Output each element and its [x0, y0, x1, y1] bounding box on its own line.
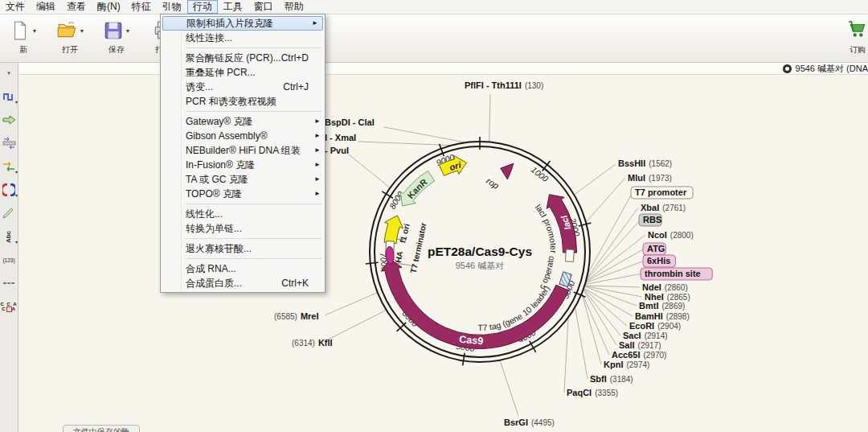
site-label-bsshii[interactable]: BssHII(1562) [618, 158, 672, 168]
primers-tool-icon[interactable] [0, 134, 18, 152]
translations-tool-icon[interactable]: ▾ [0, 158, 18, 175]
site-label-t7-promoter[interactable]: T7 promoter [635, 187, 687, 197]
tool-caret-icon[interactable]: ▾ [15, 240, 18, 245]
menu-separator [186, 204, 321, 204]
tool-caret-icon[interactable]: ▾ [15, 193, 18, 198]
codons-tool-icon[interactable]: C C ACA [0, 298, 18, 315]
dropdown-caret-icon[interactable]: ▼ [32, 28, 38, 34]
site-label-saci[interactable]: SacI(2914) [623, 331, 668, 340]
enzyme-set-tab[interactable]: 文件中保存的酶 [63, 425, 140, 432]
plasmid-title: pET28a/Cas9-Cys [428, 245, 532, 258]
site-leader-line [489, 94, 490, 142]
site-label-atg[interactable]: ATG [647, 244, 665, 253]
action-menu-item-9[interactable]: Gateway® 克隆► [161, 114, 325, 129]
collapse-tool-icon[interactable]: ▾ [0, 64, 18, 82]
feature-laci-promoter[interactable] [566, 249, 575, 261]
spacing-tool-icon[interactable] [0, 274, 18, 292]
feature-label-t7-terminator: T7 terminator [409, 222, 428, 274]
action-menu-item-13[interactable]: TA 或 GC 克隆► [161, 172, 325, 187]
site-label-kfli[interactable]: (6314)KflI [292, 338, 333, 348]
annotate-tool-icon[interactable] [0, 204, 18, 222]
site-label-acc65i[interactable]: Acc65I(2970) [612, 350, 666, 360]
action-menu-item-6[interactable]: 诱变...Ctrl+J [161, 80, 325, 94]
menubar-item-8[interactable]: 工具 [218, 1, 248, 13]
action-menu-item-16[interactable]: 线性化... [161, 207, 325, 221]
tick-mark [463, 353, 465, 366]
gc-content-tool-icon[interactable]: ▾ [0, 181, 18, 199]
menubar-item-5[interactable]: 特征 [126, 1, 157, 13]
action-menu-item-7[interactable]: PCR 和诱变教程视频 [161, 94, 325, 109]
dropdown-caret-icon[interactable]: ▼ [125, 28, 131, 34]
menubar-item-2[interactable]: 编辑 [31, 1, 61, 13]
site-label--pvui[interactable]: - PvuI [325, 146, 349, 155]
dropdown-caret-icon[interactable]: ▼ [80, 28, 85, 34]
labels-tool-icon[interactable]: Abc▾ [0, 228, 18, 245]
action-menu-item-11[interactable]: NEBuilder® HiFi DNA 组装► [161, 143, 325, 158]
site-leader-line [587, 208, 638, 278]
menu-item-label: Gibson Assembly® [186, 129, 268, 143]
menu-separator [186, 258, 321, 259]
action-menu-item-22[interactable]: 合成蛋白质...Ctrl+K [161, 276, 325, 290]
action-menu-item-19[interactable]: 退火寡核苷酸... [161, 241, 325, 256]
site-label-mlui[interactable]: MluI(1973) [628, 173, 672, 183]
tool-caret-icon[interactable]: ▾ [15, 170, 18, 175]
site-label-pflfi-tth111i[interactable]: PflFI - Tth111I(130) [465, 80, 543, 90]
action-menu-item-14[interactable]: TOPO® 克隆► [161, 187, 325, 201]
menu-bar: 文件编辑查看酶(N)特征引物行动工具窗口帮助 [0, 0, 868, 14]
feature-ha[interactable] [386, 246, 395, 264]
tool-caret-icon[interactable]: ▾ [15, 100, 18, 105]
menubar-item-9[interactable]: 窗口 [248, 1, 279, 13]
site-label-xbai[interactable]: XbaI(2761) [641, 203, 686, 212]
action-menu-item-17[interactable]: 转换为单链... [161, 221, 325, 236]
menu-item-label: PCR 和诱变教程视频 [186, 94, 276, 109]
action-menu-item-1[interactable]: 限制和插入片段克隆► [162, 16, 323, 31]
site-label-sbfi[interactable]: SbfI(3184) [590, 374, 633, 384]
site-label-paqci[interactable]: PaqCI(3355) [567, 388, 618, 397]
menubar-item-4[interactable]: 酶(N) [92, 1, 126, 13]
new-button[interactable]: ▼新 [5, 14, 42, 56]
order-button[interactable]: 订购 [839, 14, 868, 56]
action-menu-item-4[interactable]: 聚合酶链反应 (PCR)...Ctrl+D [161, 51, 325, 65]
site-label-ecori[interactable]: EcoRI(2904) [629, 321, 681, 331]
action-menu-item-5[interactable]: 重叠延伸 PCR... [161, 65, 325, 80]
site-label-bmti[interactable]: BmtI(2869) [639, 301, 685, 311]
menubar-item-7[interactable]: 行动 [187, 0, 218, 14]
circular-dna-icon [783, 64, 792, 73]
site-label-bsrgi[interactable]: BsrGI(4495) [504, 418, 555, 427]
site-leader-line [574, 164, 616, 195]
features-tool-icon[interactable] [0, 111, 18, 129]
site-label-6xhis[interactable]: 6xHis [647, 256, 670, 265]
site-label-rbs[interactable]: RBS [643, 215, 661, 224]
site-label-sali[interactable]: SalI(2917) [619, 340, 661, 350]
site-label-ncoi[interactable]: NcoI(2800) [648, 230, 694, 240]
menubar-item-10[interactable]: 帮助 [279, 1, 309, 13]
action-menu-item-10[interactable]: Gibson Assembly®► [161, 129, 325, 143]
menu-item-label: 线性化... [186, 207, 223, 221]
menubar-item-1[interactable]: 文件 [0, 1, 31, 13]
menubar-item-3[interactable]: 查看 [61, 1, 92, 13]
action-menu-item-12[interactable]: In-Fusion® 克隆► [161, 158, 325, 172]
site-label-thrombin-site[interactable]: thrombin site [645, 269, 701, 278]
menu-item-label: 转换为单链... [186, 221, 242, 236]
feature-rop[interactable] [501, 163, 514, 179]
save-button[interactable]: ▼保存 [98, 14, 135, 56]
open-icon: ▼ [55, 19, 85, 43]
menu-separator [186, 238, 321, 239]
site-label-bamhi[interactable]: BamHI(2898) [635, 311, 690, 321]
menubar-item-6[interactable]: 引物 [157, 1, 187, 13]
site-label-ndei[interactable]: NdeI(2860) [642, 282, 688, 292]
site-label-mrei[interactable]: (6585)MreI [274, 311, 319, 321]
menu-item-label: In-Fusion® 克隆 [186, 158, 255, 172]
site-label-bspdi-clai[interactable]: BspDI - ClaI [325, 117, 375, 127]
open-button[interactable]: ▼打开 [51, 14, 88, 56]
action-menu-item-21[interactable]: 合成 RNA... [161, 261, 325, 276]
site-label-kpni[interactable]: KpnI(2974) [604, 360, 649, 369]
action-dropdown-menu: 限制和插入片段克隆►线性连接...聚合酶链反应 (PCR)...Ctrl+D重叠… [160, 14, 326, 293]
numbering-tool-icon[interactable]: (123) [0, 251, 18, 269]
site-leader-line [384, 127, 465, 142]
site-label-i-xmai[interactable]: I - XmaI [325, 133, 356, 142]
sequence-length-text: 9546 碱基对 (DNA [796, 63, 868, 75]
tick-mark [366, 262, 379, 264]
action-menu-item-2[interactable]: 线性连接... [161, 31, 325, 45]
enzymes-tool-icon[interactable]: ▾ [0, 88, 18, 105]
